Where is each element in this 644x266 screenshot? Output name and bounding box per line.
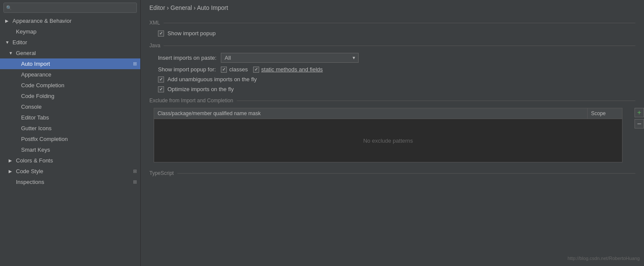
exclude-section: Exclude from Import and Completion Class…	[149, 98, 635, 162]
static-methods-label: static methods and fields	[261, 66, 323, 73]
dropdown-wrap: All Ask None ▼	[221, 53, 359, 63]
static-methods-checkbox[interactable]	[253, 67, 259, 73]
sidebar-item-label: Colors & Fonts	[16, 157, 53, 164]
optimize-imports-label: Optimize imports on the fly	[167, 86, 234, 92]
sidebar-item-label: Inspections	[16, 179, 44, 185]
arrow-icon: ▶	[5, 18, 10, 23]
typescript-section-header: TypeScript	[149, 170, 635, 176]
show-import-popup-label: Show import popup for:	[158, 66, 216, 73]
static-methods-checkbox-wrap: static methods and fields	[253, 66, 323, 73]
classes-checkbox[interactable]	[221, 67, 227, 73]
sidebar-item-label: Code Style	[16, 168, 43, 174]
arrow-icon: ▼	[5, 40, 10, 45]
xml-section-header: XML	[149, 20, 635, 26]
sidebar-item-label: Console	[21, 104, 42, 110]
optimize-imports-row: Optimize imports on the fly	[158, 86, 635, 92]
col-name-header: Class/package/member qualified name mask	[154, 108, 588, 119]
watermark: http://blog.csdn.net/RobertoHuang	[567, 256, 640, 261]
sidebar-item-label: General	[16, 50, 36, 56]
sidebar-item-general[interactable]: ▼General	[0, 48, 140, 58]
sidebar-item-appearance[interactable]: Appearance	[0, 69, 140, 80]
sidebar-item-editor-tabs[interactable]: Editor Tabs	[0, 112, 140, 123]
sidebar-item-gutter-icons[interactable]: Gutter Icons	[0, 123, 140, 134]
add-unambiguous-checkbox[interactable]	[158, 76, 164, 83]
java-section-header: Java	[149, 43, 635, 49]
search-input[interactable]	[3, 3, 137, 13]
insert-imports-dropdown[interactable]: All Ask None	[221, 53, 359, 63]
sidebar-item-label: Code Completion	[21, 82, 64, 89]
xml-show-import-row: Show import popup	[158, 30, 635, 37]
insert-imports-label: Insert imports on paste:	[158, 55, 217, 61]
sidebar-item-label: Auto Import	[21, 61, 50, 67]
sidebar-item-auto-import[interactable]: Auto Import⊞	[0, 58, 140, 69]
exclude-table-header: Class/package/member qualified name mask…	[154, 108, 622, 119]
nav-item-copy-icon: ⊞	[133, 168, 137, 174]
sidebar-item-keymap[interactable]: Keymap	[0, 26, 140, 37]
sidebar-item-editor[interactable]: ▼Editor	[0, 37, 140, 48]
arrow-icon: ▶	[9, 169, 14, 174]
sidebar-item-label: Editor Tabs	[21, 114, 49, 121]
no-patterns-text: No exclude patterns	[363, 138, 413, 144]
sidebar-item-label: Keymap	[16, 28, 37, 35]
classes-checkbox-wrap: classes	[221, 66, 248, 73]
add-pattern-button[interactable]: +	[635, 108, 644, 117]
exclude-body: No exclude patterns	[154, 119, 622, 162]
arrow-icon: ▶	[9, 158, 14, 163]
typescript-section: TypeScript	[149, 170, 635, 176]
sidebar-item-code-folding[interactable]: Code Folding	[0, 91, 140, 101]
sidebar-item-colors-fonts[interactable]: ▶Colors & Fonts	[0, 155, 140, 166]
sidebar-item-label: Code Folding	[21, 93, 54, 99]
sidebar-item-code-style[interactable]: ▶Code Style⊞	[0, 166, 140, 177]
content-area: XML Show import popup Java Insert import…	[141, 15, 644, 266]
sidebar-item-label: Appearance & Behavior	[12, 18, 71, 24]
sidebar-item-label: Gutter Icons	[21, 125, 52, 131]
xml-show-import-checkbox[interactable]	[158, 31, 164, 37]
sidebar-item-appearance-behavior[interactable]: ▶Appearance & Behavior	[0, 15, 140, 26]
sidebar-item-inspections[interactable]: Inspections⊞	[0, 177, 140, 187]
show-import-popup-row: Show import popup for: classes static me…	[158, 66, 635, 73]
classes-label: classes	[229, 66, 248, 73]
nav-item-copy-icon: ⊞	[133, 179, 137, 185]
sidebar-item-label: Smart Keys	[21, 147, 50, 153]
breadcrumb-text: Editor › General › Auto Import	[149, 4, 228, 11]
arrow-icon: ▼	[9, 51, 14, 55]
search-wrap	[3, 3, 137, 13]
exclude-table: Class/package/member qualified name mask…	[154, 108, 622, 162]
sidebar: ▶Appearance & BehaviorKeymap▼Editor▼Gene…	[0, 0, 141, 266]
optimize-imports-checkbox[interactable]	[158, 86, 164, 92]
nav-list: ▶Appearance & BehaviorKeymap▼Editor▼Gene…	[0, 15, 140, 187]
sidebar-item-label: Appearance	[21, 71, 51, 78]
sidebar-item-console[interactable]: Console	[0, 101, 140, 112]
xml-show-import-label: Show import popup	[167, 30, 216, 37]
insert-paste-row: Insert imports on paste: All Ask None ▼	[158, 53, 635, 63]
col-scope-header: Scope	[588, 108, 622, 119]
exclude-table-wrap: Class/package/member qualified name mask…	[149, 108, 631, 162]
add-unambiguous-label: Add unambiguous imports on the fly	[167, 76, 257, 83]
exclude-buttons: + −	[635, 108, 644, 128]
sidebar-item-code-completion[interactable]: Code Completion	[0, 80, 140, 91]
add-unambiguous-row: Add unambiguous imports on the fly	[158, 76, 635, 83]
sidebar-item-postfix-completion[interactable]: Postfix Completion	[0, 134, 140, 144]
nav-item-copy-icon: ⊞	[133, 61, 137, 67]
sidebar-item-label: Editor	[12, 39, 27, 46]
sidebar-item-smart-keys[interactable]: Smart Keys	[0, 144, 140, 155]
search-box-wrap	[0, 0, 140, 15]
sidebar-item-label: Postfix Completion	[21, 136, 68, 142]
remove-pattern-button[interactable]: −	[635, 119, 644, 128]
exclude-section-header: Exclude from Import and Completion	[149, 98, 635, 104]
breadcrumb: Editor › General › Auto Import	[141, 0, 644, 15]
main-panel: Editor › General › Auto Import XML Show …	[141, 0, 644, 266]
